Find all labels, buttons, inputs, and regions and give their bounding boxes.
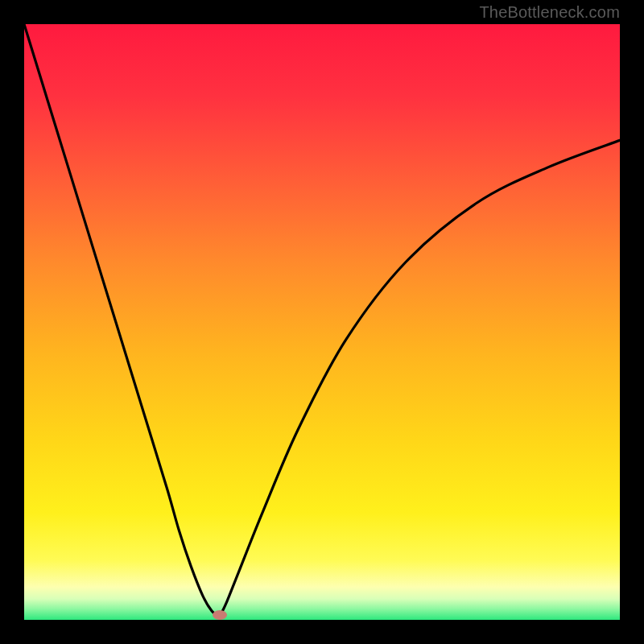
curve-layer (24, 24, 620, 620)
chart-frame: TheBottleneck.com (0, 0, 644, 644)
plot-area (24, 24, 620, 620)
attribution-label: TheBottleneck.com (479, 3, 620, 22)
bottleneck-curve (24, 24, 620, 616)
optimal-point-marker (213, 610, 227, 620)
